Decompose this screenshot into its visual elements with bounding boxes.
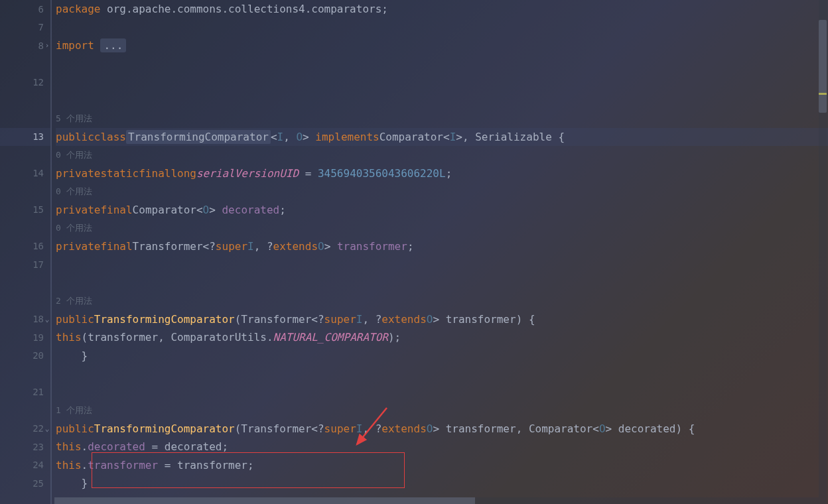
horizontal-scrollbar[interactable] — [54, 497, 819, 504]
usage-hint[interactable]: 2 个用法 — [56, 295, 92, 307]
usage-hint[interactable]: 0 个用法 — [56, 149, 92, 161]
scrollbar-marker — [819, 93, 827, 95]
line-number: 19 — [24, 332, 44, 343]
keyword: class — [94, 131, 126, 143]
line-number: 7 — [24, 22, 44, 32]
package-path: org.apache.commons.collections4.comparat… — [100, 3, 387, 15]
line-number: 17 — [24, 259, 44, 270]
line-number: 16 — [24, 241, 44, 251]
folded-block[interactable]: ... — [100, 38, 126, 52]
line-number: 22 — [24, 423, 44, 434]
scrollbar-thumb[interactable] — [819, 20, 827, 113]
gutter: 6 7 8› 12 13 14 15 16 17 18⌄ 19 20 21 22… — [0, 0, 52, 504]
line-number: 25 — [24, 478, 44, 489]
keyword: public — [56, 131, 94, 143]
chevron-down-icon[interactable]: ⌄ — [42, 424, 52, 433]
constructor: TransformingComparator — [94, 422, 235, 435]
line-number: 18 — [24, 314, 44, 324]
expand-icon[interactable]: › — [42, 41, 52, 50]
uid-value: 3456940356043606220L — [318, 167, 446, 180]
line-number: 8 — [24, 40, 44, 51]
keyword: implements — [315, 131, 379, 143]
usage-hint[interactable]: 1 个用法 — [56, 405, 92, 416]
natural-comparator: NATURAL_COMPARATOR — [273, 331, 388, 344]
usage-hint[interactable]: 5 个用法 — [56, 113, 92, 125]
scrollbar-thumb[interactable] — [54, 497, 475, 504]
line-number: 23 — [24, 442, 44, 452]
keyword: package — [56, 3, 100, 15]
line-number: 21 — [24, 387, 44, 397]
chevron-down-icon[interactable]: ⌄ — [42, 315, 52, 324]
usage-hint[interactable]: 0 个用法 — [56, 186, 92, 198]
line-number: 6 — [24, 4, 44, 15]
line-number: 20 — [24, 350, 44, 361]
class-name-highlighted: TransformingComparator — [126, 130, 271, 144]
keyword: import — [56, 39, 94, 52]
constructor: TransformingComparator — [94, 313, 235, 326]
vertical-scrollbar[interactable] — [819, 0, 827, 504]
line-number: 12 — [24, 77, 44, 88]
line-number: 15 — [24, 204, 44, 215]
code-editor: 6 7 8› 12 13 14 15 16 17 18⌄ 19 20 21 22… — [0, 0, 828, 504]
code-area[interactable]: package org.apache.commons.collections4.… — [52, 0, 828, 504]
usage-hint[interactable]: 0 个用法 — [56, 222, 92, 234]
line-number-current: 13 — [24, 131, 44, 142]
serial-uid: serialVersionUID — [196, 167, 299, 180]
line-number: 14 — [24, 168, 44, 178]
line-number: 24 — [24, 460, 44, 470]
